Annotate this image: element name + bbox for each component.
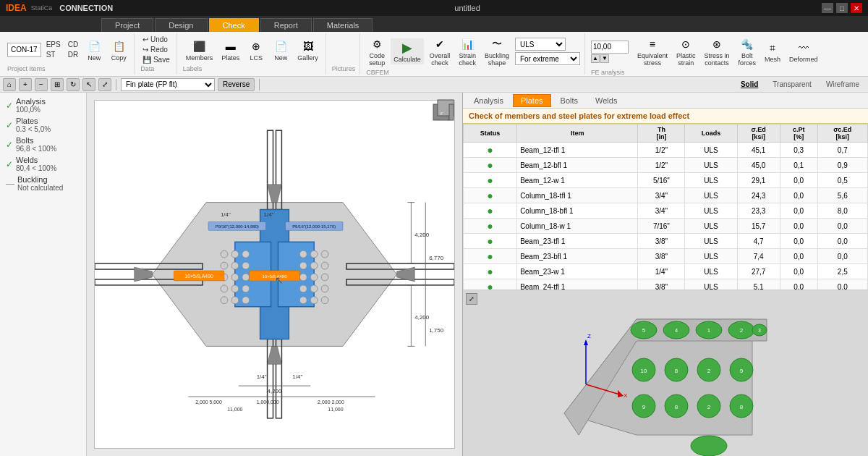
svg-text:11,000: 11,000 bbox=[227, 407, 242, 412]
analysis-sidebar: ✓ Analysis 100,0% ✓ Plates 0.3 < 5,0% ✓ bbox=[0, 93, 87, 456]
equivalent-stress-button[interactable]: ≡ Equivalentstress bbox=[634, 35, 671, 68]
svg-point-37 bbox=[321, 262, 328, 269]
cell-item: Beam_23-w 1 bbox=[517, 264, 638, 279]
table-row: ● Beam_23-w 1 1/4" ULS 27,7 0,0 2,5 bbox=[464, 264, 868, 279]
code-setup-button[interactable]: ⚙ Codesetup bbox=[366, 35, 388, 68]
dr-button[interactable]: DR bbox=[66, 50, 80, 59]
group-label-cbfem: CBFEM bbox=[366, 69, 389, 77]
zoom-in-button[interactable]: + bbox=[19, 78, 32, 91]
analysis-value-buckling: Not calculated bbox=[17, 184, 63, 192]
view-mode-select[interactable]: Fin plate (FP flt) bbox=[121, 78, 215, 91]
svg-point-112 bbox=[691, 436, 727, 456]
new-button[interactable]: 📄 New bbox=[83, 37, 105, 63]
cell-sced: 0,0 bbox=[817, 234, 867, 249]
right-tab-welds[interactable]: Welds bbox=[587, 94, 625, 107]
home-view-button[interactable]: ⌂ bbox=[3, 78, 16, 91]
st-button[interactable]: ST bbox=[44, 50, 63, 59]
buckling-shape-icon: 〜 bbox=[489, 36, 505, 52]
num-down-button[interactable]: ▼ bbox=[600, 54, 609, 63]
eps-button[interactable]: EPS bbox=[44, 40, 63, 49]
cell-cpt: 0,1 bbox=[780, 158, 817, 173]
cell-th: 3/8" bbox=[638, 249, 685, 264]
calculate-button[interactable]: ▶ Calculate bbox=[391, 38, 424, 64]
svg-point-39 bbox=[310, 274, 318, 281]
gallery-button[interactable]: 🖼 Gallery bbox=[294, 37, 321, 63]
tab-design[interactable]: Design bbox=[155, 18, 207, 32]
tab-check[interactable]: Check bbox=[209, 18, 259, 32]
right-tab-plates[interactable]: Plates bbox=[513, 94, 551, 107]
plates-icon: ▬ bbox=[223, 38, 239, 54]
strain-check-button[interactable]: 📊 Straincheck bbox=[456, 35, 479, 68]
svg-text:1,000,000: 1,000,000 bbox=[257, 400, 279, 405]
members-button[interactable]: ⬛ Members bbox=[183, 37, 216, 63]
num-value-input[interactable] bbox=[591, 41, 629, 54]
overall-check-button[interactable]: ✔ Overallcheck bbox=[427, 35, 454, 68]
mesh-button[interactable]: ⌗ Mesh bbox=[762, 38, 783, 64]
load-type-select[interactable]: ULS SLS bbox=[515, 38, 566, 51]
svg-text:1/4": 1/4" bbox=[221, 211, 231, 218]
cell-sced: 0,7 bbox=[817, 143, 867, 158]
cd-button[interactable]: CD bbox=[66, 40, 80, 49]
view-tab-wireframe[interactable]: Wireframe bbox=[820, 80, 865, 89]
svg-point-19 bbox=[242, 250, 250, 258]
cell-cpt: 0,0 bbox=[780, 203, 817, 219]
analysis-label-buckling: Buckling bbox=[17, 175, 63, 184]
deformed-button[interactable]: 〰 Deformed bbox=[786, 38, 821, 64]
fit-view-button[interactable]: ⊞ bbox=[51, 78, 64, 91]
right-tab-bolts[interactable]: Bolts bbox=[553, 94, 586, 107]
close-button[interactable]: ✕ bbox=[851, 3, 862, 13]
reverse-button[interactable]: Reverse bbox=[218, 78, 255, 91]
num-up-button[interactable]: ▲ bbox=[591, 54, 600, 63]
canvas-area[interactable]: 10×5/8,A490 10×5/8,A490 P9/16"(12,000-14… bbox=[87, 93, 462, 456]
svg-text:2,000 5,000: 2,000 5,000 bbox=[195, 400, 222, 405]
expand-button[interactable]: ⤢ bbox=[98, 78, 111, 91]
cell-loads: ULS bbox=[685, 173, 737, 188]
redo-button[interactable]: ↪ Redo bbox=[140, 45, 172, 54]
window-controls: — □ ✕ bbox=[822, 3, 862, 13]
right-tab-analysis[interactable]: Analysis bbox=[466, 94, 511, 107]
cell-loads: ULS bbox=[685, 158, 737, 173]
rotate-button[interactable]: ↻ bbox=[67, 78, 80, 91]
plates-button[interactable]: ▬ Plates bbox=[218, 37, 242, 63]
maximize-button[interactable]: □ bbox=[836, 3, 848, 13]
undo-button[interactable]: ↩ Undo bbox=[140, 35, 172, 44]
svg-point-20 bbox=[221, 262, 228, 269]
equivalent-stress-icon: ≡ bbox=[644, 36, 660, 52]
svg-text:P9/16"(12,000-14,980): P9/16"(12,000-14,980) bbox=[216, 224, 259, 229]
ribbon-group-content-fe: ▲ ▼ ≡ Equivalentstress ⊙ Plasticstrain ⊛… bbox=[591, 35, 821, 68]
plastic-strain-button[interactable]: ⊙ Plasticstrain bbox=[673, 35, 699, 68]
svg-point-31 bbox=[242, 297, 250, 304]
save-button[interactable]: 💾 Save bbox=[140, 55, 172, 64]
zoom-out-button[interactable]: − bbox=[35, 78, 48, 91]
right-tab-bar: Analysis Plates Bolts Welds bbox=[463, 93, 868, 109]
analysis-label-overall: Analysis bbox=[16, 97, 46, 106]
3d-view[interactable]: ⤢ 5 4 1 2 bbox=[463, 290, 868, 456]
cell-item: Beam_24-tfl 1 bbox=[517, 279, 638, 291]
stress-contacts-button[interactable]: ⊛ Stress incontacts bbox=[701, 35, 732, 68]
code-setup-icon: ⚙ bbox=[369, 36, 385, 52]
cell-sced: 0,0 bbox=[817, 219, 867, 234]
tab-report[interactable]: Report bbox=[260, 18, 312, 32]
svg-text:10: 10 bbox=[641, 368, 647, 374]
cursor-button[interactable]: ↖ bbox=[82, 78, 95, 91]
lcs-button[interactable]: ⊕ LCS bbox=[245, 37, 267, 63]
tab-project[interactable]: Project bbox=[101, 18, 153, 32]
cell-th: 1/2" bbox=[638, 158, 685, 173]
3d-expand-button[interactable]: ⤢ bbox=[466, 293, 477, 305]
results-table-area[interactable]: Status Item Th[in] Loads σ.Ed[ksi] c.Pt[… bbox=[463, 124, 868, 290]
stress-contacts-icon: ⊛ bbox=[709, 36, 725, 52]
cell-sed: 7,4 bbox=[737, 249, 780, 264]
tab-materials[interactable]: Materials bbox=[313, 18, 373, 32]
labels-new-button[interactable]: 📄 New bbox=[270, 37, 292, 63]
minimize-button[interactable]: — bbox=[822, 3, 833, 13]
load-case-select[interactable]: For extreme bbox=[515, 52, 580, 65]
buckling-shape-button[interactable]: 〜 Bucklingshape bbox=[482, 35, 512, 68]
mesh-icon: ⌗ bbox=[765, 40, 780, 56]
bolt-forces-button[interactable]: 🔩 Boltforces bbox=[735, 35, 759, 68]
view-tab-solid[interactable]: Solid bbox=[735, 80, 764, 89]
svg-text:1: 1 bbox=[707, 327, 711, 334]
cell-th: 3/4" bbox=[638, 188, 685, 203]
copy-button[interactable]: 📋 Copy bbox=[108, 37, 129, 63]
deformed-icon: 〰 bbox=[796, 40, 812, 56]
view-tab-transparent[interactable]: Transparent bbox=[767, 80, 817, 89]
